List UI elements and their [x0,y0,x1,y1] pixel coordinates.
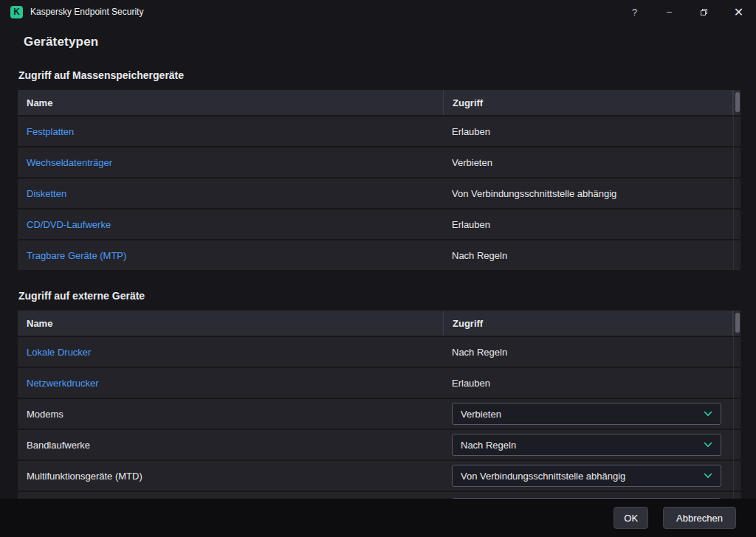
access-value: Nach Regeln [452,347,507,358]
table-row: CD/DVD-Laufwerke Erlauben [18,209,740,239]
restore-button[interactable] [687,0,721,24]
scrollbar-thumb[interactable] [735,313,740,333]
device-type-label: Multifunktionsgeräte (MTD) [27,471,142,482]
scrollbar-thumb[interactable] [735,92,740,112]
dropdown-value: Nach Regeln [461,440,516,451]
minimize-button[interactable]: − [652,0,687,24]
chevron-down-icon [704,473,712,479]
device-type-link[interactable]: Disketten [27,188,66,199]
access-value: Erlauben [452,378,490,389]
column-header-access: Zugriff [443,90,733,115]
device-type-link[interactable]: Netzwerkdrucker [27,378,99,389]
device-type-link[interactable]: Festplatten [27,126,74,137]
access-value: Nach Regeln [452,250,507,261]
table-row: Lokale Drucker Nach Regeln [18,337,740,367]
chevron-down-icon [704,442,712,448]
table-row: Tragbare Geräte (MTP) Nach Regeln [18,240,740,270]
table-row: Bandlaufwerke Nach Regeln [18,430,740,460]
section-heading-external-devices: Zugriff auf externe Geräte [18,290,756,302]
footer-bar: OK Abbrechen [0,499,756,537]
table-header-row: Name Zugriff [18,311,740,336]
window-title: Kaspersky Endpoint Security [30,7,143,17]
column-header-name: Name [18,90,443,115]
access-dropdown[interactable]: Verbieten [452,403,721,425]
table-row: Multifunktionsgeräte (MTD) Von Verbindun… [18,461,740,491]
device-type-label: Modems [27,409,63,420]
access-value: Von Verbindungsschnittstelle abhängig [452,188,616,199]
access-value: Erlauben [452,126,490,137]
ok-button[interactable]: OK [614,507,648,529]
device-type-link[interactable]: CD/DVD-Laufwerke [27,219,111,230]
dropdown-value: Verbieten [461,409,501,420]
table-row: Modems Verbieten [18,399,740,429]
cancel-button[interactable]: Abbrechen [663,507,736,529]
column-header-name: Name [18,311,443,336]
device-type-link[interactable]: Lokale Drucker [27,347,91,358]
device-type-link[interactable]: Wechseldatenträger [27,157,112,168]
external-devices-table: Name Zugriff Lokale Drucker Nach Regeln … [18,311,740,502]
restore-icon [701,9,707,15]
table-header-row: Name Zugriff [18,90,740,115]
table-row: Festplatten Erlauben [18,117,740,146]
close-button[interactable]: ✕ [721,0,756,24]
kaspersky-logo-icon: K [10,6,23,18]
table-scrollbar[interactable] [733,311,740,502]
section-heading-mass-storage: Zugriff auf Massenspeichergeräte [18,69,756,81]
access-dropdown[interactable]: Von Verbindungsschnittstelle abhängig [452,465,721,487]
page-title: Gerätetypen [24,35,756,49]
access-dropdown[interactable]: Nach Regeln [452,434,721,456]
access-value: Erlauben [452,219,490,230]
table-row: Wechseldatenträger Verbieten [18,148,740,177]
chevron-down-icon [704,411,712,417]
help-button[interactable]: ? [617,0,652,24]
window-controls: ? − ✕ [617,0,756,24]
access-value: Verbieten [452,157,492,168]
table-row: Netzwerkdrucker Erlauben [18,368,740,398]
column-header-access: Zugriff [443,311,733,336]
device-type-link[interactable]: Tragbare Geräte (MTP) [27,250,126,261]
table-scrollbar[interactable] [733,90,740,270]
device-type-label: Bandlaufwerke [27,440,90,451]
table-row: Disketten Von Verbindungsschnittstelle a… [18,179,740,208]
titlebar: K Kaspersky Endpoint Security ? − ✕ [0,0,756,24]
dropdown-value: Von Verbindungsschnittstelle abhängig [461,471,625,482]
mass-storage-table: Name Zugriff Festplatten Erlauben Wechse… [18,90,740,270]
